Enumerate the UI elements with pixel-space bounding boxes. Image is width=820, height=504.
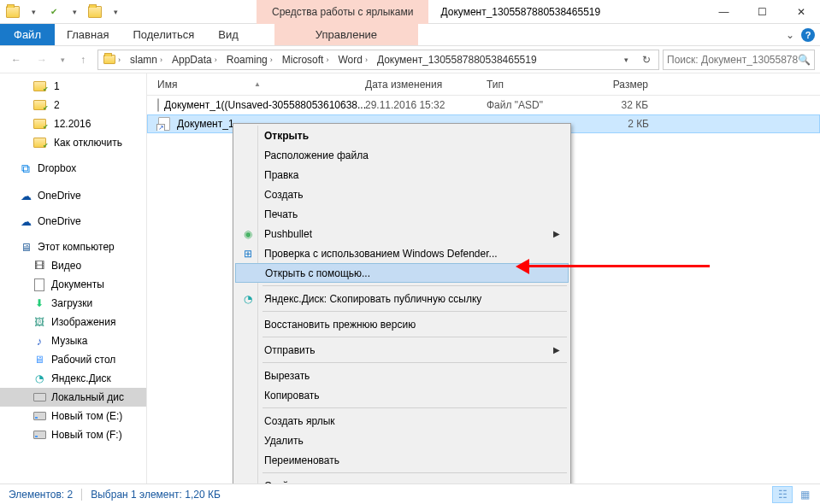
- addr-dropdown-icon[interactable]: ▾: [616, 56, 636, 64]
- nav-recent-dropdown[interactable]: ▾: [56, 49, 68, 71]
- folder-app-icon[interactable]: [3, 3, 22, 21]
- context-menu-item[interactable]: Восстановить прежнюю версию: [235, 314, 569, 334]
- column-headers[interactable]: Имя▲ Дата изменения Тип Размер: [147, 73, 820, 96]
- sidebar-this-pc[interactable]: 🖥Этот компьютер: [0, 237, 146, 256]
- sidebar-pc-item[interactable]: ♪Музыка: [0, 331, 146, 350]
- sidebar-item-label: Документы: [51, 278, 104, 290]
- tab-share[interactable]: Поделиться: [121, 24, 206, 45]
- tab-view[interactable]: Вид: [206, 24, 251, 45]
- sidebar-quick-item[interactable]: ✔2: [0, 96, 146, 114]
- col-date[interactable]: Дата изменения: [365, 79, 487, 91]
- search-box[interactable]: 🔍: [663, 50, 815, 70]
- addr-seg-2[interactable]: Roaming›: [223, 50, 279, 69]
- sidebar-pc-item[interactable]: Новый том (E:): [0, 407, 146, 425]
- shortcut-icon: [158, 117, 172, 131]
- context-menu-item[interactable]: Переименовать: [235, 450, 569, 470]
- col-type[interactable]: Тип: [487, 79, 585, 91]
- addr-seg-3[interactable]: Microsoft›: [279, 50, 335, 69]
- tab-manage[interactable]: Управление: [274, 24, 418, 45]
- menu-separator: [263, 311, 567, 312]
- view-icons-button[interactable]: ▦: [794, 486, 815, 503]
- context-menu-item[interactable]: Создать: [235, 185, 569, 204]
- submenu-arrow-icon: ▶: [553, 345, 560, 355]
- nav-sidebar[interactable]: ✔1✔2✔12.2016✔Как отключить ⧉Dropbox☁OneD…: [0, 73, 147, 483]
- help-icon[interactable]: ?: [801, 28, 815, 42]
- quick-access-toolbar: ▾ ✔ ▾ ▾: [0, 0, 128, 23]
- ribbon-expand-icon[interactable]: ⌄: [786, 29, 794, 41]
- status-item-count: Элементов: 2: [9, 489, 73, 501]
- contextual-tool-title: Средства работы с ярлыками: [257, 0, 428, 24]
- close-button[interactable]: ✕: [782, 0, 820, 23]
- context-menu-item[interactable]: Печать: [235, 204, 569, 224]
- sidebar-pc-item[interactable]: Новый том (F:): [0, 425, 146, 444]
- context-menu-item[interactable]: Копировать: [235, 385, 569, 405]
- sidebar-pc-item[interactable]: Локальный дис: [0, 388, 146, 407]
- context-menu-item[interactable]: ◉Pushbullet▶: [235, 224, 569, 243]
- sidebar-pc-item[interactable]: 🖼Изображения: [0, 313, 146, 331]
- sidebar-item-label: Новый том (E:): [51, 410, 122, 422]
- context-menu-item[interactable]: Отправить▶: [235, 340, 569, 360]
- ribbon-tabs: Файл Главная Поделиться Вид Управление ⌄…: [0, 24, 820, 46]
- sidebar-pc-item[interactable]: 🎞Видео: [0, 256, 146, 275]
- col-name[interactable]: Имя▲: [147, 79, 365, 91]
- addr-seg-5[interactable]: Документ_1305587880538465519: [374, 50, 540, 69]
- context-menu-label: Яндекс.Диск: Скопировать публичную ссылк…: [264, 293, 481, 305]
- sidebar-cloud-item[interactable]: ☁OneDrive: [0, 186, 146, 205]
- qat-btn-1[interactable]: ▾: [24, 3, 43, 21]
- context-menu-item[interactable]: ⊞Проверка с использованием Windows Defen…: [235, 243, 569, 263]
- tab-home[interactable]: Главная: [55, 24, 121, 45]
- sidebar-quick-item[interactable]: ✔Как отключить: [0, 133, 146, 152]
- sidebar-pc-item[interactable]: ⬇Загрузки: [0, 294, 146, 313]
- sidebar-item-label: Рабочий стол: [51, 354, 115, 366]
- sidebar-pc-item[interactable]: Документы: [0, 275, 146, 294]
- nav-back-button[interactable]: ←: [5, 49, 27, 71]
- addr-seg-1[interactable]: AppData›: [168, 50, 223, 69]
- context-menu-item[interactable]: ◔Яндекс.Диск: Скопировать публичную ссыл…: [235, 289, 569, 308]
- context-menu-label: Правка: [264, 169, 299, 181]
- context-menu-item[interactable]: Открыть с помощью...: [235, 263, 569, 283]
- search-icon[interactable]: 🔍: [798, 54, 811, 66]
- col-size[interactable]: Размер: [585, 79, 662, 91]
- refresh-icon[interactable]: ↻: [636, 54, 657, 66]
- view-details-button[interactable]: ☷: [772, 486, 793, 503]
- context-menu-item[interactable]: Открыть: [235, 126, 569, 145]
- qat-btn-2[interactable]: ▾: [65, 3, 84, 21]
- addr-seg-0[interactable]: slamn›: [127, 50, 168, 69]
- sidebar-item-label: Яндекс.Диск: [51, 372, 111, 384]
- file-size: 2 КБ: [586, 118, 663, 130]
- address-row: ← → ▾ ↑ › slamn› AppData› Roaming› Micro…: [0, 46, 820, 73]
- sidebar-item-label: OneDrive: [38, 215, 81, 227]
- qat-check-icon[interactable]: ✔: [44, 3, 63, 21]
- nav-up-button[interactable]: ↑: [72, 49, 94, 71]
- context-menu-item[interactable]: Вырезать: [235, 366, 569, 385]
- search-input[interactable]: [667, 54, 798, 66]
- context-menu-item[interactable]: Расположение файла: [235, 145, 569, 165]
- qat-dropdown[interactable]: ▾: [106, 3, 125, 21]
- context-menu-item[interactable]: Удалить: [235, 431, 569, 450]
- file-tab[interactable]: Файл: [0, 24, 55, 45]
- file-row[interactable]: Документ_1((Unsaved-305588053610638... 2…: [147, 96, 820, 114]
- context-menu-label: Открыть с помощью...: [265, 267, 370, 279]
- maximize-button[interactable]: ☐: [743, 0, 782, 23]
- addr-root-icon[interactable]: ›: [100, 50, 127, 69]
- document-icon: [157, 98, 159, 112]
- address-bar[interactable]: › slamn› AppData› Roaming› Microsoft› Wo…: [97, 50, 659, 70]
- nav-forward-button[interactable]: →: [31, 49, 53, 71]
- sidebar-pc-item[interactable]: ◔Яндекс.Диск: [0, 369, 146, 388]
- sidebar-quick-item[interactable]: ✔12.2016: [0, 114, 146, 133]
- sidebar-cloud-item[interactable]: ☁OneDrive: [0, 212, 146, 231]
- sidebar-pc-item[interactable]: 🖥Рабочий стол: [0, 350, 146, 369]
- qat-folder-icon[interactable]: [86, 3, 104, 21]
- minimize-button[interactable]: —: [705, 0, 743, 23]
- defender-icon: ⊞: [240, 246, 256, 261]
- sidebar-cloud-item[interactable]: ⧉Dropbox: [0, 159, 146, 178]
- context-menu-label: Создать: [264, 189, 304, 201]
- context-menu-item[interactable]: Создать ярлык: [235, 411, 569, 431]
- addr-seg-4[interactable]: Word›: [334, 50, 373, 69]
- context-menu-label: Копировать: [264, 390, 320, 401]
- status-selection: Выбран 1 элемент: 1,20 КБ: [91, 489, 221, 501]
- context-menu-item[interactable]: Правка: [235, 165, 569, 185]
- sidebar-quick-item[interactable]: ✔1: [0, 77, 146, 96]
- menu-separator: [263, 285, 567, 286]
- context-menu-label: Расположение файла: [264, 149, 369, 161]
